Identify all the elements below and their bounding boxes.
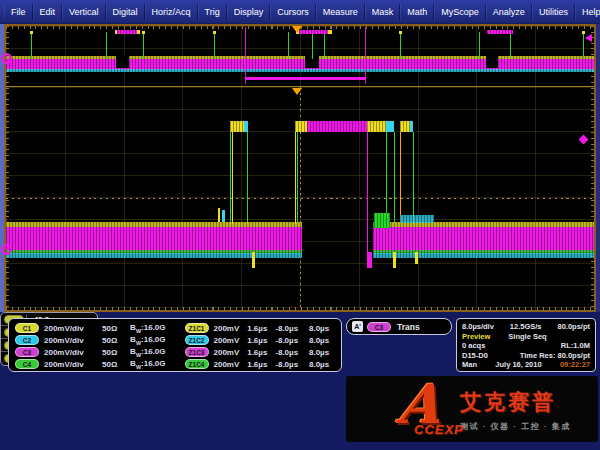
waveform-segment — [244, 121, 248, 132]
menu-horiz-acq[interactable]: Horiz/Acq — [145, 4, 198, 20]
zoom-badge-z1c3[interactable]: Z1C3 — [185, 347, 209, 357]
waveform-segment — [367, 132, 368, 268]
waveform-display — [4, 24, 596, 312]
menu-myscope[interactable]: MyScope — [434, 4, 486, 20]
waveform-segment — [214, 32, 215, 59]
menu-utilities[interactable]: Utilities — [532, 4, 575, 20]
channel-impedance: 50Ω — [102, 336, 130, 345]
zoom-badge-z1c4[interactable]: Z1C4 — [185, 359, 209, 369]
waveform-segment — [245, 27, 246, 84]
acq-count: 0 acqs — [462, 341, 485, 351]
zoom-start: -8.0µs — [275, 348, 309, 357]
channel-row-c2: C2 200mV/div 50Ω BW:16.0G Z1C2 200mV 1.6… — [15, 334, 337, 346]
oscilloscope-window: File Edit Vertical Digital Horiz/Acq Tri… — [0, 0, 600, 450]
readout-area: C1 200mV/div 50Ω BW:16.0G Z1C1 200mV 1.6… — [0, 312, 600, 450]
waveform-segment — [137, 30, 140, 34]
waveform-segment — [510, 32, 511, 59]
overview-channel-ref-marker[interactable] — [1, 53, 12, 64]
record-length: RL:1.0M — [561, 341, 590, 351]
zoom-timebase: 1.6µs — [247, 324, 275, 333]
menu-cursors[interactable]: Cursors — [270, 4, 316, 20]
zoom-start: -8.0µs — [275, 360, 309, 369]
waveform-segment — [400, 215, 434, 223]
zoom-end: 8.0µs — [309, 336, 337, 345]
channel-badge-c3[interactable]: C3 — [15, 347, 39, 357]
waveform-segment — [583, 32, 584, 59]
resolution-readout: 80.0ps/pt — [557, 322, 590, 332]
waveform-segment — [245, 77, 366, 80]
waveform-segment — [367, 121, 386, 132]
trigger-readout-box[interactable]: A' C3 Trans — [346, 318, 452, 335]
waveform-segment — [252, 252, 255, 268]
channel-scale: 200mV/div — [44, 324, 102, 333]
trigger-type-label: Trans — [397, 322, 420, 332]
trigger-event-icon: A' — [352, 321, 363, 332]
zoom-end: 8.0µs — [309, 324, 337, 333]
channel-scale: 200mV/div — [44, 336, 102, 345]
menu-math[interactable]: Math — [400, 4, 434, 20]
menu-digital[interactable]: Digital — [106, 4, 145, 20]
waveform-segment — [6, 253, 302, 258]
waveform-segment — [142, 31, 145, 34]
time-readout: 09:22:27 — [560, 360, 590, 370]
waveform-segment — [230, 132, 231, 224]
menu-trig[interactable]: Trig — [198, 4, 227, 20]
waveform-segment — [299, 30, 329, 34]
waveform-segment — [213, 31, 216, 34]
menu-analyze[interactable]: Analyze — [486, 4, 532, 20]
waveform-segment — [307, 121, 367, 132]
menu-mask[interactable]: Mask — [365, 4, 401, 20]
waveform-segment — [117, 30, 138, 34]
channel-badge-c4[interactable]: C4 — [15, 359, 39, 369]
waveform-segment — [386, 132, 387, 224]
watermark-logo: A CCEXP — [398, 382, 460, 440]
zoom-badge-z1c2[interactable]: Z1C2 — [185, 335, 209, 345]
zoom-timebase: 1.6µs — [247, 360, 275, 369]
waveform-segment — [400, 121, 410, 132]
channel-readout-box: C1 200mV/div 50Ω BW:16.0G Z1C1 200mV 1.6… — [8, 318, 342, 372]
channel-badge-c2[interactable]: C2 — [15, 335, 39, 345]
waveform-segment — [295, 132, 296, 224]
waveform-segment — [6, 69, 594, 72]
waveform-segment — [487, 30, 513, 34]
trigger-position-marker[interactable] — [292, 26, 302, 33]
menu-measure[interactable]: Measure — [316, 4, 365, 20]
channel-row-c4: C4 200mV/div 50Ω BW:16.0G Z1C4 200mV 1.6… — [15, 358, 337, 370]
zoom-right-marker — [579, 135, 589, 145]
menu-display[interactable]: Display — [227, 4, 271, 20]
zoom-scale: 200mV — [214, 324, 248, 333]
channel-impedance: 50Ω — [102, 324, 130, 333]
zoom-channel-ref-marker[interactable] — [1, 244, 12, 255]
timebase-readout: 8.0µs/div — [462, 322, 494, 332]
menu-edit[interactable]: Edit — [33, 4, 63, 20]
zoom-end: 8.0µs — [309, 348, 337, 357]
zoom-start: -8.0µs — [275, 336, 309, 345]
zoom-timebase: 1.6µs — [247, 336, 275, 345]
waveform-layer — [6, 26, 594, 310]
waveform-segment — [373, 227, 594, 252]
zoom-start: -8.0µs — [275, 324, 309, 333]
channel-badge-c1[interactable]: C1 — [15, 323, 39, 333]
zoom-scale: 200mV — [214, 336, 248, 345]
zoom-badge-z1c1[interactable]: Z1C1 — [185, 323, 209, 333]
waveform-segment — [400, 32, 401, 59]
zoom-trigger-marker[interactable] — [292, 88, 302, 95]
zoom-scale: 200mV — [214, 348, 248, 357]
waveform-segment — [393, 252, 396, 268]
channel-row-c3: C3 200mV/div 50Ω BW:16.0G Z1C3 200mV 1.6… — [15, 346, 337, 358]
waveform-segment — [324, 32, 325, 59]
waveform-segment — [116, 55, 129, 68]
overview-right-marker — [585, 34, 592, 42]
waveform-segment — [30, 31, 33, 34]
trigger-mode: Man — [462, 360, 477, 370]
channel-scale: 200mV/div — [44, 360, 102, 369]
watermark-logo-text: CCEXP — [414, 422, 464, 437]
menu-help[interactable]: Help — [575, 4, 600, 20]
menu-file[interactable]: File — [4, 4, 33, 20]
channel-bandwidth: BW:16.0G — [130, 323, 182, 334]
channel-impedance: 50Ω — [102, 348, 130, 357]
waveform-segment — [400, 132, 401, 224]
menu-vertical[interactable]: Vertical — [62, 4, 106, 20]
channel-row-c1: C1 200mV/div 50Ω BW:16.0G Z1C1 200mV 1.6… — [15, 322, 337, 334]
waveform-segment — [394, 132, 395, 224]
